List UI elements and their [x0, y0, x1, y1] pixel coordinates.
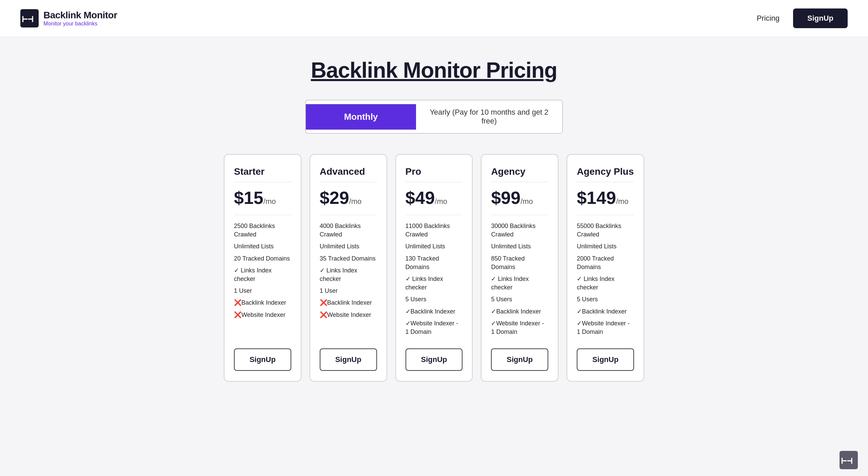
plan-period: /mo — [435, 197, 447, 206]
plan-period: /mo — [520, 197, 533, 206]
svg-text:⊢⊣: ⊢⊣ — [22, 13, 34, 24]
plan-price-divider — [491, 215, 548, 215]
feature-item: 5 Users — [577, 295, 634, 304]
plan-name-divider — [577, 182, 634, 182]
plan-amount: 15 — [244, 188, 263, 208]
feature-item: 2000 Tracked Domains — [577, 254, 634, 271]
feature-item: ✓Backlink Indexer — [406, 307, 463, 316]
feature-item: ✓ Links Index checker — [577, 275, 634, 292]
pricing-card-advanced: Advanced $29/mo 4000 Backlinks CrawledUn… — [310, 154, 387, 382]
plan-signup-button[interactable]: SignUp — [577, 348, 634, 371]
feature-item: ❌Backlink Indexer — [234, 299, 291, 307]
feature-item: 11000 Backlinks Crawled — [406, 222, 463, 239]
plan-price-divider — [406, 215, 463, 215]
plan-currency: $ — [406, 188, 415, 208]
plan-name: Starter — [234, 166, 291, 177]
pricing-card-starter: Starter $15/mo 2500 Backlinks CrawledUnl… — [224, 154, 301, 382]
plan-currency: $ — [320, 188, 330, 208]
feature-item: 1 User — [320, 287, 377, 295]
plan-features-list: 11000 Backlinks CrawledUnlimited Lists13… — [406, 222, 463, 336]
feature-item: 2500 Backlinks Crawled — [234, 222, 291, 239]
pricing-card-pro: Pro $49/mo 11000 Backlinks CrawledUnlimi… — [395, 154, 473, 382]
plan-name-divider — [406, 182, 463, 182]
plan-name-divider — [234, 182, 291, 182]
feature-item: ✓Website Indexer - 1 Domain — [491, 319, 548, 336]
feature-item: 35 Tracked Domains — [320, 254, 377, 263]
feature-item: ✓Backlink Indexer — [491, 307, 548, 316]
nav-signup-button[interactable]: SignUp — [793, 8, 848, 28]
pricing-card-agency: Agency $99/mo 30000 Backlinks CrawledUnl… — [481, 154, 558, 382]
page-title: Backlink Monitor Pricing — [224, 58, 644, 83]
plan-period: /mo — [616, 197, 629, 206]
feature-item: 30000 Backlinks Crawled — [491, 222, 548, 239]
feature-item: 20 Tracked Domains — [234, 254, 291, 263]
feature-item: ✓Website Indexer - 1 Domain — [577, 319, 634, 336]
feature-item: ❌Website Indexer — [320, 311, 377, 319]
plan-amount: 29 — [330, 188, 349, 208]
plan-price-divider — [320, 215, 377, 215]
feature-item: ❌Backlink Indexer — [320, 299, 377, 307]
plan-price: $149/mo — [577, 189, 634, 207]
plan-amount: 149 — [587, 188, 616, 208]
plan-currency: $ — [577, 188, 587, 208]
plan-signup-button[interactable]: SignUp — [320, 348, 377, 371]
feature-item: Unlimited Lists — [577, 242, 634, 251]
feature-item: ✓Backlink Indexer — [577, 307, 634, 316]
footer-logo-icon: ⊢⊣ — [840, 451, 858, 469]
feature-item: ✓ Links Index checker — [234, 266, 291, 283]
pricing-grid: Starter $15/mo 2500 Backlinks CrawledUnl… — [224, 154, 644, 382]
feature-item: 850 Tracked Domains — [491, 254, 548, 271]
brand-text: Backlink Monitor Monitor your backlinks — [43, 10, 117, 27]
feature-item: ✓ Links Index checker — [320, 266, 377, 283]
pricing-card-agency-plus: Agency Plus $149/mo 55000 Backlinks Craw… — [567, 154, 644, 382]
toggle-yearly-button[interactable]: Yearly (Pay for 10 months and get 2 free… — [416, 100, 562, 133]
feature-item: Unlimited Lists — [406, 242, 463, 251]
navbar: ⊢⊣ Backlink Monitor Monitor your backlin… — [0, 0, 868, 37]
plan-price: $29/mo — [320, 189, 377, 207]
plan-signup-button[interactable]: SignUp — [491, 348, 548, 371]
nav-pricing-link[interactable]: Pricing — [757, 14, 780, 23]
plan-features-list: 2500 Backlinks CrawledUnlimited Lists20 … — [234, 222, 291, 336]
svg-text:⊢⊣: ⊢⊣ — [841, 455, 853, 466]
plan-period: /mo — [349, 197, 362, 206]
brand-name: Backlink Monitor — [43, 10, 117, 21]
plan-price-divider — [234, 215, 291, 215]
plan-name: Agency Plus — [577, 166, 634, 177]
feature-item: ✓Website Indexer - 1 Domain — [406, 319, 463, 336]
brand: ⊢⊣ Backlink Monitor Monitor your backlin… — [20, 9, 117, 27]
feature-item: 55000 Backlinks Crawled — [577, 222, 634, 239]
plan-features-list: 4000 Backlinks CrawledUnlimited Lists35 … — [320, 222, 377, 336]
plan-price: $15/mo — [234, 189, 291, 207]
feature-item: Unlimited Lists — [491, 242, 548, 251]
plan-features-list: 30000 Backlinks CrawledUnlimited Lists85… — [491, 222, 548, 336]
main-content: Backlink Monitor Pricing Monthly Yearly … — [210, 37, 658, 409]
plan-price-divider — [577, 215, 634, 215]
feature-item: ❌Website Indexer — [234, 311, 291, 319]
plan-amount: 49 — [415, 188, 435, 208]
plan-features-list: 55000 Backlinks CrawledUnlimited Lists20… — [577, 222, 634, 336]
plan-currency: $ — [234, 188, 244, 208]
plan-period: /mo — [263, 197, 276, 206]
brand-tagline: Monitor your backlinks — [43, 21, 117, 27]
feature-item: Unlimited Lists — [234, 242, 291, 251]
navbar-right: Pricing SignUp — [757, 8, 848, 28]
billing-toggle: Monthly Yearly (Pay for 10 months and ge… — [305, 100, 563, 134]
toggle-monthly-button[interactable]: Monthly — [306, 104, 416, 130]
feature-item: 5 Users — [406, 295, 463, 304]
brand-logo-icon: ⊢⊣ — [20, 9, 39, 27]
feature-item: ✓ Links Index checker — [406, 275, 463, 292]
plan-name-divider — [491, 182, 548, 182]
feature-item: ✓ Links Index checker — [491, 275, 548, 292]
feature-item: Unlimited Lists — [320, 242, 377, 251]
plan-name: Advanced — [320, 166, 377, 177]
feature-item: 4000 Backlinks Crawled — [320, 222, 377, 239]
plan-signup-button[interactable]: SignUp — [406, 348, 463, 371]
plan-name: Agency — [491, 166, 548, 177]
feature-item: 1 User — [234, 287, 291, 295]
plan-name: Pro — [406, 166, 463, 177]
plan-amount: 99 — [501, 188, 520, 208]
plan-currency: $ — [491, 188, 501, 208]
plan-signup-button[interactable]: SignUp — [234, 348, 291, 371]
plan-price: $49/mo — [406, 189, 463, 207]
plan-price: $99/mo — [491, 189, 548, 207]
